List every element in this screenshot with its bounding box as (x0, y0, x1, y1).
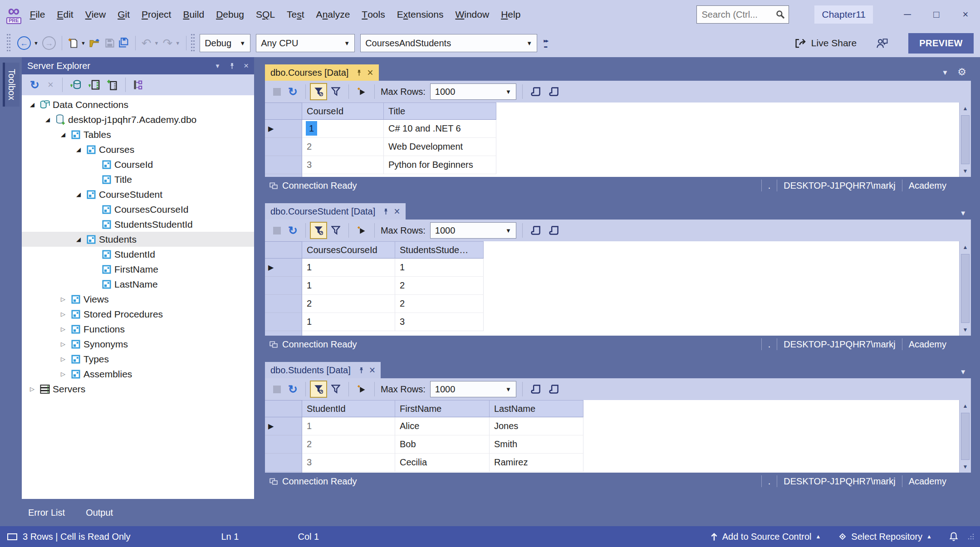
grid-cell[interactable]: Smith (490, 435, 583, 454)
live-share-button[interactable]: Live Share (795, 38, 857, 49)
pin-icon[interactable] (358, 367, 365, 374)
sql-script-pane-icon[interactable] (527, 87, 545, 96)
pin-icon[interactable] (382, 208, 389, 215)
new-row-selector[interactable] (265, 472, 302, 473)
maximize-button[interactable]: □ (922, 0, 951, 29)
toolbar-group-drag-handle[interactable] (191, 33, 195, 53)
expander-open-icon[interactable]: ◢ (73, 236, 84, 243)
menu-project[interactable]: Project (136, 0, 177, 29)
tab-dbo-courses-data[interactable]: dbo.Courses [Data] × (265, 64, 379, 81)
column-header-firstname[interactable]: FirstName (395, 400, 490, 417)
menu-view[interactable]: View (79, 0, 112, 29)
grid-cell[interactable]: 3 (302, 156, 384, 174)
close-icon[interactable]: × (367, 68, 373, 77)
tree-item-stored-procedures[interactable]: ▷Stored Procedures (22, 307, 254, 322)
grid-cell[interactable]: 2 (302, 295, 395, 313)
navigate-forward-button[interactable]: → (40, 34, 58, 52)
menu-extensions[interactable]: Extensions (391, 0, 450, 29)
refresh-icon[interactable]: ↻ (284, 224, 301, 237)
create-new-server-icon[interactable] (103, 79, 121, 91)
scroll-up-icon[interactable]: ▲ (960, 400, 971, 412)
new-file-dropdown-caret-icon[interactable]: ▼ (81, 40, 86, 46)
grid-cell[interactable]: Python for Beginners (384, 156, 496, 174)
tree-item-studentsstudentid[interactable]: StudentsStudentId (22, 217, 254, 232)
row-selector[interactable] (265, 454, 302, 472)
pin-icon[interactable] (356, 69, 363, 76)
close-button[interactable]: × (951, 0, 980, 29)
scrollbar-thumb[interactable] (961, 413, 970, 460)
tree-item-synonyms[interactable]: ▷Synonyms (22, 337, 254, 352)
menu-git[interactable]: Git (112, 0, 136, 29)
row-selector[interactable] (265, 313, 302, 331)
tree-item-title[interactable]: Title (22, 172, 254, 187)
remove-filter-toggle-button[interactable] (310, 381, 327, 398)
new-file-button[interactable] (66, 34, 80, 52)
expander-closed-icon[interactable]: ▷ (57, 311, 69, 317)
scrollbar-thumb[interactable] (961, 254, 970, 323)
sql-script-split-pane-icon[interactable] (545, 226, 563, 235)
row-selector[interactable]: ▶ (265, 259, 302, 277)
tab-toolbox[interactable]: Toolbox (3, 63, 20, 107)
tree-item-functions[interactable]: ▷Functions (22, 322, 254, 337)
grid-cell[interactable]: 1 (302, 259, 395, 277)
stop-icon[interactable] (273, 386, 281, 393)
run-script-icon[interactable] (353, 226, 370, 235)
resize-grip[interactable] (967, 533, 975, 542)
sql-script-pane-icon[interactable] (527, 226, 545, 235)
document-dropdown-caret-icon[interactable]: ▼ (960, 209, 966, 217)
expander-closed-icon[interactable]: ▷ (57, 356, 69, 362)
row-selector[interactable] (265, 156, 302, 174)
grid-corner-cell[interactable] (265, 400, 302, 417)
redo-button[interactable]: ↷ (161, 34, 174, 52)
tree-item-types[interactable]: ▷Types (22, 352, 254, 366)
row-selector[interactable]: ▶ (265, 417, 302, 435)
filter-icon[interactable] (327, 226, 344, 235)
tree-item-courses[interactable]: ◢Courses (22, 142, 254, 157)
save-button[interactable] (103, 34, 117, 52)
add-to-source-control-button[interactable]: Add to Source Control ▲ (710, 532, 821, 542)
column-header-studentsstude[interactable]: StudentsStude… (395, 241, 484, 259)
window-position-caret-icon[interactable]: ▼ (215, 63, 220, 69)
column-header-title[interactable]: Title (384, 103, 496, 120)
max-rows-select[interactable]: 1000▼ (430, 381, 516, 397)
tree-item-tables[interactable]: ◢Tables (22, 127, 254, 142)
run-script-icon[interactable] (353, 385, 370, 394)
row-selector[interactable]: ▶ (265, 120, 302, 138)
tree-item-courseid[interactable]: CourseId (22, 157, 254, 172)
back-dropdown-caret-icon[interactable]: ▼ (34, 40, 39, 46)
grid-cell[interactable]: Cecilia (395, 454, 490, 472)
tree-item-coursescourseid[interactable]: CoursesCourseId (22, 202, 254, 217)
undo-dropdown-caret-icon[interactable]: ▼ (154, 40, 159, 46)
open-file-button[interactable] (88, 34, 103, 52)
column-header-courseid[interactable]: CourseId (302, 103, 384, 120)
grid-cell[interactable]: 3 (395, 313, 484, 331)
gear-icon[interactable]: ⚙ (957, 66, 966, 78)
row-selector[interactable] (265, 435, 302, 454)
expander-closed-icon[interactable]: ▷ (26, 386, 38, 392)
tab-dbo-students-data[interactable]: dbo.Students [Data] × (265, 362, 381, 378)
column-header-coursescourseid[interactable]: CoursesCourseId (302, 241, 395, 259)
scroll-down-icon[interactable]: ▼ (960, 324, 971, 336)
expander-open-icon[interactable]: ◢ (57, 131, 69, 138)
tree-item-assemblies[interactable]: ▷Assemblies (22, 366, 254, 381)
grid-cell[interactable]: 3 (302, 454, 395, 472)
grid-cell[interactable]: 2 (395, 295, 484, 313)
search-box[interactable] (696, 5, 789, 24)
search-input[interactable] (701, 9, 772, 20)
feedback-icon[interactable] (876, 37, 888, 49)
solution-platform-select[interactable]: Any CPU▼ (256, 34, 355, 52)
stop-refresh-icon[interactable]: × (43, 79, 58, 91)
grid-cell[interactable]: 1 (302, 120, 384, 138)
menu-test[interactable]: Test (281, 0, 310, 29)
max-rows-select[interactable]: 1000▼ (430, 83, 516, 100)
scroll-up-icon[interactable]: ▲ (960, 241, 971, 253)
scroll-down-icon[interactable]: ▼ (960, 461, 971, 473)
expander-closed-icon[interactable]: ▷ (57, 341, 69, 347)
expander-closed-icon[interactable]: ▷ (57, 296, 69, 303)
sql-script-split-pane-icon[interactable] (545, 385, 563, 394)
close-icon[interactable]: × (369, 366, 375, 375)
tree-item-students[interactable]: ◢Students (22, 232, 254, 247)
tab-dbo-coursestudent-data[interactable]: dbo.CourseStudent [Data] × (265, 203, 406, 220)
refresh-icon[interactable]: ↻ (26, 78, 43, 92)
grid-cell[interactable]: 2 (395, 277, 484, 295)
